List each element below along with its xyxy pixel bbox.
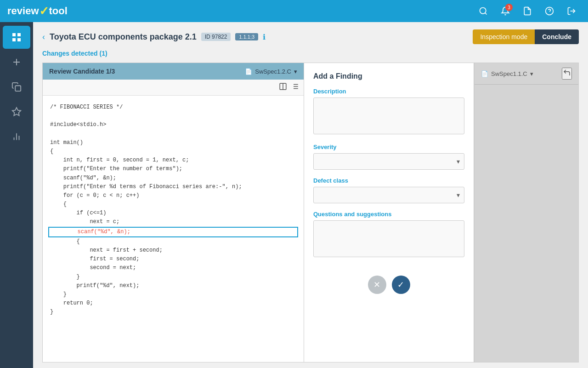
code-line-4	[50, 130, 296, 138]
logo-check: ✓	[39, 4, 49, 18]
svg-rect-8	[17, 38, 21, 41]
questions-textarea[interactable]	[313, 220, 464, 257]
code-line-10: printf("Enter %d terms of Fibonacci seri…	[50, 183, 296, 191]
file-icon: 📄	[245, 68, 252, 75]
content-area: Review Candidate 1/3 📄 SwSpec1.2.C ▾ /* …	[33, 63, 588, 362]
right-file-icon: 📄	[481, 70, 488, 77]
logo-review: review	[7, 5, 39, 17]
svg-point-0	[480, 8, 486, 14]
code-line-18: first = second;	[50, 255, 296, 264]
documents-button[interactable]	[518, 2, 537, 20]
svg-rect-6	[17, 33, 21, 36]
sidebar-item-dashboard[interactable]	[3, 26, 30, 49]
review-candidate-title: Review Candidate 1/3	[49, 68, 115, 75]
severity-select[interactable]: Critical Major Minor Info	[313, 153, 464, 170]
code-line-12: {	[50, 200, 296, 209]
sidebar	[0, 22, 33, 368]
sidebar-item-copy[interactable]	[3, 75, 30, 98]
code-line-13: if (c<=1)	[50, 209, 296, 218]
help-button[interactable]	[540, 2, 559, 20]
right-panel-header: 📄 SwSpec1.1.C ▾	[475, 63, 578, 85]
review-file-selector[interactable]: 📄 SwSpec1.2.C ▾	[245, 68, 297, 75]
logo-tool: tool	[49, 5, 68, 17]
defect-class-group: Defect class Logic Error Syntax Error Pe…	[313, 177, 464, 203]
code-line-1: /* FIBONACCI SERIES */	[50, 103, 296, 112]
code-line-17: next = first + second;	[50, 246, 296, 255]
right-panel: 📄 SwSpec1.1.C ▾	[474, 63, 579, 362]
code-line-highlighted[interactable]: scanf("%d", &n);	[48, 227, 298, 237]
right-panel-file[interactable]: 📄 SwSpec1.1.C ▾	[481, 70, 533, 77]
inspection-mode-button[interactable]: Inspection mode	[473, 29, 535, 44]
undo-button[interactable]	[562, 68, 572, 80]
code-line-21: printf("%d", next);	[50, 282, 296, 290]
sidebar-item-bookmark[interactable]	[3, 100, 30, 123]
finding-panel-title: Add a Finding	[313, 72, 464, 80]
defect-class-label: Defect class	[313, 177, 464, 184]
main-content: ‹ Toyota ECU components package 2.1 ID 9…	[33, 22, 588, 368]
project-title: Toyota ECU components package 2.1	[50, 32, 197, 42]
info-icon[interactable]: ℹ	[263, 33, 266, 41]
conclude-button[interactable]: Conclude	[535, 29, 579, 44]
review-panel: Review Candidate 1/3 📄 SwSpec1.2.C ▾ /* …	[42, 63, 304, 362]
split-view-button[interactable]	[279, 82, 287, 92]
description-label: Description	[313, 88, 464, 95]
inspection-controls: Inspection mode Conclude	[473, 29, 579, 44]
cancel-finding-button[interactable]: ✕	[368, 276, 386, 294]
severity-select-wrapper: Critical Major Minor Info ▾	[313, 153, 464, 170]
changes-label: Changes detected (1)	[42, 50, 107, 57]
review-panel-header: Review Candidate 1/3 📄 SwSpec1.2.C ▾	[43, 63, 304, 80]
code-line-14: next = c;	[50, 218, 296, 226]
code-line-2	[50, 112, 296, 121]
header-bar: ‹ Toyota ECU components package 2.1 ID 9…	[33, 22, 588, 48]
code-line-7: int n, first = 0, second = 1, next, c;	[50, 156, 296, 165]
logout-button[interactable]	[562, 2, 581, 20]
severity-label: Severity	[313, 144, 464, 150]
questions-label: Questions and suggestions	[313, 211, 464, 218]
finding-panel: Add a Finding Description Severity Criti…	[304, 63, 474, 362]
code-line-6: {	[50, 147, 296, 156]
file-dropdown-arrow[interactable]: ▾	[294, 68, 297, 75]
code-line-8: printf("Enter the number of terms");	[50, 165, 296, 173]
header-left: ‹ Toyota ECU components package 2.1 ID 9…	[42, 32, 266, 42]
confirm-finding-button[interactable]: ✓	[392, 276, 410, 294]
review-file-name: SwSpec1.2.C	[255, 68, 291, 75]
code-line-3: #include<stdio.h>	[50, 121, 296, 129]
code-line-20: }	[50, 273, 296, 282]
sidebar-item-add[interactable]	[3, 51, 30, 74]
nav-icon-group: 3	[474, 2, 581, 20]
svg-rect-5	[12, 33, 16, 36]
notification-badge: 3	[505, 4, 513, 11]
svg-marker-12	[12, 108, 21, 115]
code-line-5: int main()	[50, 138, 296, 147]
svg-rect-7	[12, 38, 16, 41]
form-actions: ✕ ✓	[313, 276, 464, 294]
severity-group: Severity Critical Major Minor Info ▾	[313, 144, 464, 170]
description-textarea[interactable]	[313, 98, 464, 134]
version-badge: 1.1.1;3	[235, 33, 258, 40]
changes-bar: Changes detected (1)	[33, 48, 588, 63]
code-line-11: for (c = 0; c < n; c++)	[50, 191, 296, 200]
code-line-16: {	[50, 237, 296, 246]
app-logo: review ✓ tool	[7, 4, 68, 18]
questions-group: Questions and suggestions	[313, 211, 464, 259]
right-file-name: SwSpec1.1.C	[491, 70, 527, 77]
right-file-dropdown-arrow[interactable]: ▾	[530, 70, 533, 77]
svg-rect-11	[15, 86, 21, 91]
code-display: /* FIBONACCI SERIES */ #include<stdio.h>…	[43, 96, 304, 362]
code-line-22: }	[50, 290, 296, 299]
list-view-button[interactable]	[291, 82, 299, 92]
sidebar-item-chart[interactable]	[3, 125, 30, 148]
defect-class-select[interactable]: Logic Error Syntax Error Performance Sec…	[313, 187, 464, 203]
search-button[interactable]	[474, 2, 492, 20]
id-badge: ID 97822	[201, 33, 231, 41]
description-group: Description	[313, 88, 464, 136]
code-line-24: }	[50, 308, 296, 316]
review-toolbar	[43, 80, 304, 96]
notifications-button[interactable]: 3	[496, 2, 514, 20]
back-button[interactable]: ‹	[42, 32, 45, 42]
code-line-19: second = next;	[50, 264, 296, 272]
defect-class-select-wrapper: Logic Error Syntax Error Performance Sec…	[313, 187, 464, 203]
svg-line-1	[485, 13, 487, 15]
code-line-23: return 0;	[50, 299, 296, 308]
code-line-9: scanf("%d", &n);	[50, 174, 296, 183]
